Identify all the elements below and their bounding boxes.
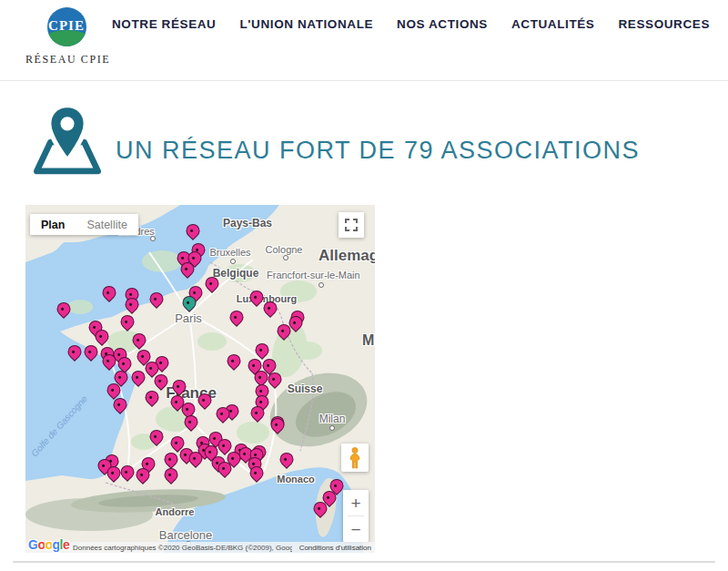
zoom-out-button[interactable]: −: [343, 516, 369, 542]
city-dot: [150, 236, 156, 241]
fullscreen-icon: [345, 219, 358, 231]
map-pin-icon: [27, 104, 107, 180]
pegman-icon: [348, 447, 362, 469]
city-dot: [283, 255, 288, 260]
logo-monogram: CPIE: [47, 18, 86, 34]
logo-label: RÉSEAU CPIE: [25, 53, 107, 66]
google-logo[interactable]: Google: [28, 537, 69, 552]
map-label: Monaco: [277, 474, 315, 484]
pegman-button[interactable]: [341, 444, 369, 472]
map-label: Barcelone: [159, 528, 213, 542]
city-dot: [329, 425, 335, 431]
map-type-control: Plan Satellite: [30, 214, 138, 235]
map-label: Francfort-sur-le-Main: [267, 270, 360, 280]
map-type-plan-button[interactable]: Plan: [30, 214, 76, 235]
map-label: Paris: [175, 311, 202, 325]
zoom-in-button[interactable]: +: [343, 490, 369, 515]
nav-item-4[interactable]: RESSOURCES: [618, 17, 710, 31]
city-dot: [318, 282, 324, 288]
map-label: Milan: [319, 413, 346, 425]
site-logo[interactable]: CPIE RÉSEAU CPIE: [25, 5, 107, 66]
map-label: Allemagne: [318, 247, 375, 265]
map-label: Munich: [362, 332, 375, 349]
zoom-control: + −: [343, 490, 369, 542]
google-map[interactable]: LondresPays-BasBruxellesCologneAllemagne…: [25, 205, 375, 553]
city-dot: [230, 259, 236, 264]
map-label: Belgique: [213, 267, 259, 280]
attribution-text: Données cartographiques ©2020 GeoBasis-D…: [73, 544, 292, 552]
terms-link[interactable]: Conditions d'utilisation: [299, 544, 371, 552]
nav-item-1[interactable]: L'UNION NATIONALE: [239, 17, 373, 31]
nav-item-2[interactable]: NOS ACTIONS: [397, 17, 488, 31]
cpie-logo-icon: CPIE: [47, 7, 86, 46]
nav-item-3[interactable]: ACTUALITÉS: [511, 17, 595, 31]
fullscreen-button[interactable]: [339, 212, 364, 238]
main-nav: NOTRE RÉSEAUL'UNION NATIONALENOS ACTIONS…: [112, 17, 710, 31]
map-label: Bruxelles: [209, 247, 250, 258]
section-divider: [13, 561, 715, 563]
map-label: Pays-Bas: [223, 217, 272, 229]
map-type-satellite-button[interactable]: Satellite: [76, 214, 137, 235]
nav-item-0[interactable]: NOTRE RÉSEAU: [112, 17, 216, 31]
page-title: UN RÉSEAU FORT DE 79 ASSOCIATIONS: [116, 137, 716, 165]
map-label: Cologne: [266, 244, 303, 255]
site-header: CPIE RÉSEAU CPIE NOTRE RÉSEAUL'UNION NAT…: [0, 0, 728, 81]
map-label: Andorre: [156, 506, 195, 517]
map-attribution: Données cartographiques ©2020 GeoBasis-D…: [25, 542, 375, 553]
map-label: Suisse: [288, 382, 323, 395]
